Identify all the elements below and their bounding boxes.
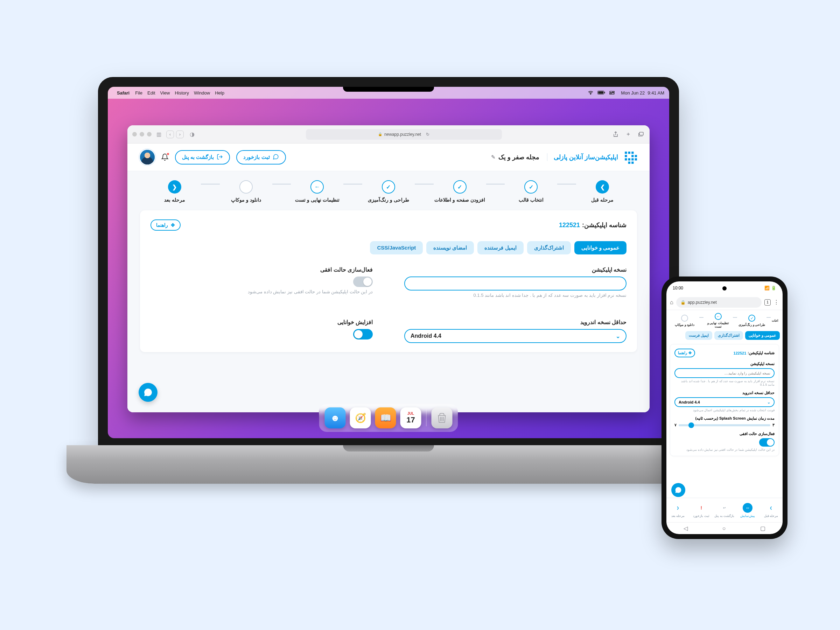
p-tab-share[interactable]: اشتراک‌گذاری: [714, 331, 743, 340]
menu-edit[interactable]: Edit: [147, 90, 155, 96]
dock-safari[interactable]: 🧭: [350, 407, 371, 428]
edit-icon[interactable]: ✎: [491, 154, 496, 160]
battery-icon: [597, 90, 605, 96]
reload-icon[interactable]: ↻: [426, 132, 429, 137]
version-hint: نسخه نرم افزار باید به صورت سه عدد که از…: [404, 293, 627, 298]
help-icon: ✥: [171, 222, 175, 228]
url-bar[interactable]: 🔒 newapp.puzzley.net ↻: [306, 129, 502, 140]
window-traffic-lights[interactable]: [132, 132, 152, 136]
version-input[interactable]: [404, 276, 627, 291]
nav-back-icon[interactable]: ‹: [166, 131, 174, 138]
signal-icon: 📶: [764, 286, 770, 291]
step-prev-button[interactable]: ❯: [596, 180, 609, 194]
svg-rect-9: [625, 152, 627, 154]
laptop-notch: [343, 87, 434, 92]
step-2[interactable]: ✓: [453, 180, 467, 194]
nav-forward-icon[interactable]: ›: [176, 131, 184, 138]
step-next-button[interactable]: ❮: [168, 180, 181, 194]
svg-rect-7: [611, 93, 614, 94]
tab-general[interactable]: عمومی و خوانایی: [574, 241, 627, 254]
menubar-time: 9:41 AM: [647, 90, 664, 96]
desktop-area: ▥ ‹ › ◑ 🔒 newapp.puzzley.net ↻: [108, 99, 669, 438]
help-button[interactable]: ✥ راهنما: [150, 219, 181, 231]
tabs-icon[interactable]: [637, 131, 645, 138]
notification-badge: [166, 152, 170, 156]
brand-logo-icon: [624, 150, 637, 164]
menubar-app-name[interactable]: Safari: [117, 90, 129, 96]
p-tab-email[interactable]: ایمیل فرست: [685, 331, 712, 340]
p-step-2[interactable]: ←: [715, 313, 722, 320]
svg-rect-18: [635, 158, 637, 160]
android-nav: ◁ ○ ▢: [666, 522, 783, 534]
dock-books[interactable]: 📖: [375, 407, 396, 428]
android-recents-icon[interactable]: ▢: [760, 525, 766, 532]
p-chat-fab[interactable]: [671, 483, 685, 497]
svg-point-6: [610, 93, 611, 94]
tab-count-icon[interactable]: 1: [764, 299, 771, 306]
menu-help[interactable]: Help: [215, 90, 224, 96]
menubar-date: Mon Jun 22: [621, 90, 645, 96]
menu-history[interactable]: History: [175, 90, 189, 96]
avatar[interactable]: [140, 150, 155, 164]
p-help-button[interactable]: ✥راهنما: [674, 349, 695, 357]
step-4[interactable]: ←: [311, 180, 324, 194]
step-1[interactable]: ✓: [524, 180, 538, 194]
notifications-button[interactable]: [161, 153, 169, 161]
bn-preview[interactable]: ▭پیش‌نمایش: [736, 498, 759, 522]
android-home-icon[interactable]: ○: [722, 525, 726, 532]
settings-tabs: عمومی و خوانایی اشتراک‌گذاری ایمیل فرستن…: [150, 241, 627, 254]
android-back-icon[interactable]: ◁: [684, 525, 688, 532]
p-step-1[interactable]: ✓: [748, 315, 755, 322]
shield-icon[interactable]: ◑: [189, 131, 196, 137]
more-icon[interactable]: ⋮: [774, 299, 779, 306]
phone-settings-card: شناسه اپلیکیشن: 122521 ✥راهنما نسخه اپلی…: [670, 344, 779, 456]
sidebar-toggle-icon[interactable]: ▥: [156, 131, 161, 137]
dock-calendar[interactable]: JUL 17: [400, 407, 422, 428]
tab-cssjs[interactable]: CSS/JavaScript: [370, 241, 423, 254]
p-landscape-toggle[interactable]: [759, 438, 775, 447]
landscape-hint: در این حالت اپلیکیشن شما در حالت افقی نی…: [150, 289, 373, 294]
phone-urlbar-row: ⌂ 🔒 app.puzzley.net 1 ⋮: [666, 295, 783, 310]
p-tab-general[interactable]: عمومی و خوانایی: [745, 331, 780, 340]
control-center-icon[interactable]: [609, 90, 614, 96]
feedback-button[interactable]: ثبت بازخورد: [236, 150, 286, 164]
bn-prev[interactable]: ❯مرحله قبل: [759, 498, 783, 522]
phone-bottom-nav: ❯مرحله قبل ▭پیش‌نمایش ↩بازگشت به پنل ❗ثب…: [666, 498, 783, 522]
p-splash-slider[interactable]: [679, 424, 771, 426]
menu-window[interactable]: Window: [194, 90, 210, 96]
svg-rect-16: [628, 158, 630, 160]
menu-view[interactable]: View: [160, 90, 170, 96]
bn-feedback[interactable]: ❗ثبت بازخورد: [690, 498, 713, 522]
svg-rect-19: [628, 162, 630, 164]
bn-back[interactable]: ↩بازگشت به پنل: [713, 498, 736, 522]
p-step-3[interactable]: [681, 315, 688, 322]
readability-toggle[interactable]: [353, 329, 373, 339]
menu-file[interactable]: File: [135, 90, 142, 96]
p-android-select[interactable]: Android 4.4 ⌄: [674, 397, 775, 407]
wifi-icon: [588, 90, 593, 96]
stepper: ❯ مرحله قبل ✓ انتخاب قالب: [127, 171, 650, 205]
step-3[interactable]: ✓: [382, 180, 395, 194]
landscape-toggle[interactable]: [353, 276, 373, 287]
app-header: اپلیکیشن‌ساز آنلاین پازلی مجله صفر و یک …: [127, 144, 650, 171]
step-next-label: مرحله بعد: [164, 197, 185, 203]
p-version-input[interactable]: [674, 368, 775, 378]
android-select[interactable]: Android 4.4 ⌄: [404, 329, 627, 343]
back-panel-button[interactable]: بازگشت به پنل: [175, 150, 230, 164]
new-tab-icon[interactable]: ＋: [624, 131, 632, 138]
dock-finder[interactable]: ☻: [325, 407, 346, 428]
project-title: مجله صفر و یک: [498, 153, 539, 161]
tab-signature[interactable]: امضای نویسنده: [426, 241, 474, 254]
appid-value: 122521: [559, 221, 580, 229]
tab-email[interactable]: ایمیل فرستنده: [477, 241, 523, 254]
phone-urlbar[interactable]: 🔒 app.puzzley.net: [676, 297, 762, 308]
tab-share[interactable]: اشتراک‌گذاری: [527, 241, 571, 254]
svg-rect-11: [632, 152, 633, 154]
step-5[interactable]: [239, 180, 253, 194]
share-icon[interactable]: [612, 131, 619, 138]
phone-camera-dot: [722, 286, 726, 291]
bn-next[interactable]: ❮مرحله بعد: [666, 498, 690, 522]
home-icon[interactable]: ⌂: [670, 299, 673, 306]
chat-fab[interactable]: [139, 383, 158, 402]
dock-trash[interactable]: [431, 407, 453, 428]
